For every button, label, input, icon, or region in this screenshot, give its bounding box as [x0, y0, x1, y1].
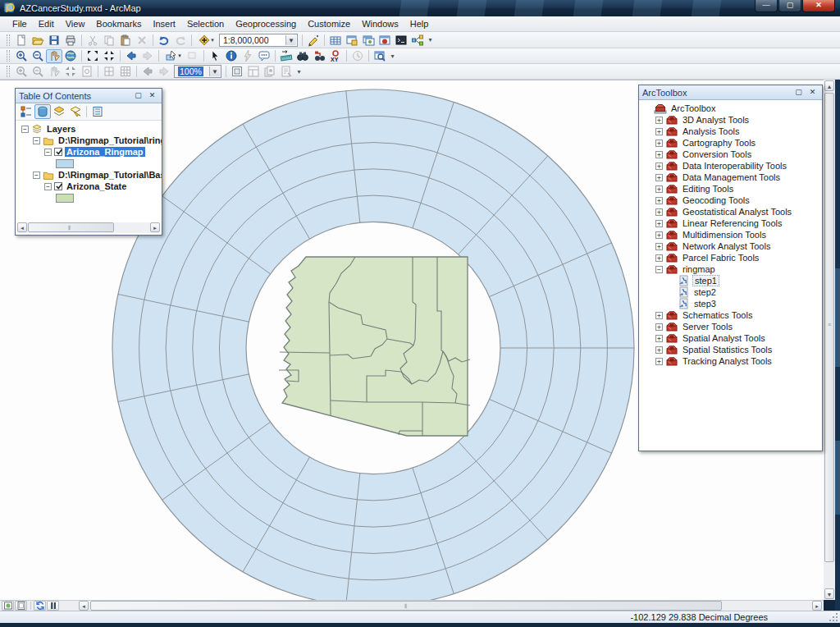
collapse-box[interactable]: −: [33, 172, 40, 179]
arctoolbox-tree-row[interactable]: +Geostatistical Analyst Tools: [641, 206, 822, 217]
catalog-window-button[interactable]: [360, 33, 377, 47]
zoom-in-button[interactable]: [13, 49, 30, 63]
identify-info-button[interactable]: [223, 49, 240, 63]
expand-box[interactable]: +: [655, 231, 663, 239]
list-by-source-button[interactable]: [34, 104, 51, 119]
arctoolbox-title-bar[interactable]: ArcToolbox ▢ ✕: [639, 85, 822, 100]
menu-help[interactable]: Help: [404, 17, 435, 30]
list-by-selection-button[interactable]: [67, 104, 84, 119]
arctoolbox-tree-row[interactable]: +Server Tools: [641, 321, 822, 332]
combo-dropdown-arrow[interactable]: ▼: [285, 35, 296, 45]
add-basemap-window-button[interactable]: [344, 33, 360, 47]
scroll-left-button[interactable]: ◂: [79, 601, 89, 611]
toc-options-button[interactable]: [89, 104, 106, 119]
toc-item-label[interactable]: Layers: [45, 124, 77, 134]
arctoolbox-item-label[interactable]: Spatial Analyst Tools: [681, 333, 767, 343]
menu-windows[interactable]: Windows: [356, 17, 404, 30]
arctoolbox-tree-row[interactable]: +Data Management Tools: [641, 172, 822, 183]
arctoolbox-tree-row[interactable]: +Schematics Tools: [641, 309, 822, 321]
expand-box[interactable]: +: [655, 358, 663, 365]
menu-file[interactable]: File: [7, 17, 33, 30]
arctoolbox-tree-row[interactable]: +Linear Referencing Tools: [641, 217, 822, 229]
arctoolbox-tree-row[interactable]: +Data Interoperability Tools: [641, 160, 822, 172]
layer-visibility-checkbox[interactable]: [54, 148, 62, 156]
toc-item-label[interactable]: Arizona_State: [65, 181, 128, 191]
arctoolbox-item-label[interactable]: Parcel Fabric Tools: [681, 253, 760, 263]
arctoolbox-item-label[interactable]: step1: [692, 275, 719, 286]
arctoolbox-window-button[interactable]: [377, 33, 393, 47]
toc-tree-row[interactable]: −Arizona_Ringmap: [19, 146, 162, 158]
toc-close-button[interactable]: ✕: [146, 90, 158, 101]
toolbar-grip[interactable]: [7, 66, 10, 77]
back-arrow-button[interactable]: [123, 49, 139, 63]
undo-arrow-button[interactable]: [156, 33, 172, 47]
arctoolbox-item-label[interactable]: step2: [692, 287, 718, 297]
arctoolbox-item-label[interactable]: Tracking Analyst Tools: [681, 356, 774, 366]
expand-box[interactable]: +: [655, 185, 663, 193]
pause-drawing-button[interactable]: [47, 601, 59, 611]
find-route-button[interactable]: [311, 49, 327, 63]
arctoolbox-item-label[interactable]: ringmap: [681, 264, 717, 274]
toolbar-overflow-button[interactable]: ▾: [388, 49, 397, 63]
expand-box[interactable]: +: [655, 174, 663, 181]
arctoolbox-item-label[interactable]: Server Tools: [681, 322, 734, 332]
attribute-table-button[interactable]: [327, 33, 344, 47]
new-document-button[interactable]: [13, 33, 30, 47]
scale-combo[interactable]: 1:8,000,000▼: [219, 34, 298, 47]
arctoolbox-item-label[interactable]: Analysis Tools: [681, 126, 742, 136]
expand-box[interactable]: +: [655, 208, 663, 216]
arctoolbox-tree-row[interactable]: +Spatial Analyst Tools: [641, 332, 822, 344]
arctoolbox-tree-row[interactable]: −ringmap: [641, 263, 822, 275]
expand-box[interactable]: +: [655, 346, 663, 354]
legend-swatch[interactable]: [56, 159, 74, 168]
toolbar-overflow-button[interactable]: ▾: [426, 33, 435, 47]
expand-box[interactable]: +: [655, 312, 663, 319]
save-floppy-button[interactable]: [46, 33, 62, 47]
full-extent-globe-button[interactable]: [62, 49, 79, 63]
horizontal-scrollbar[interactable]: ◂ ⦀ ▸: [0, 600, 824, 611]
expand-box[interactable]: +: [655, 254, 663, 262]
arctoolbox-item-label[interactable]: step3: [692, 299, 718, 309]
arctoolbox-item-label[interactable]: Schematics Tools: [681, 310, 754, 320]
expand-box[interactable]: +: [655, 197, 663, 204]
list-by-drawing-order-button[interactable]: [18, 104, 34, 119]
arctoolbox-tree-row[interactable]: +Editing Tools: [641, 183, 822, 195]
maximize-button[interactable]: ▢: [778, 0, 801, 12]
toc-tree-row[interactable]: −D:\Ringmap_Tutorial\Basemap: [19, 169, 162, 181]
arctoolbox-close-button[interactable]: ✕: [806, 87, 819, 98]
menu-selection[interactable]: Selection: [181, 17, 230, 30]
menu-customize[interactable]: Customize: [302, 17, 356, 30]
arctoolbox-item-label[interactable]: Conversion Tools: [681, 149, 753, 159]
arctoolbox-item-label[interactable]: Editing Tools: [681, 184, 735, 194]
fixed-zoom-in-button[interactable]: [84, 49, 101, 63]
list-by-visibility-button[interactable]: [51, 104, 67, 119]
html-popup-bubble-button[interactable]: [256, 49, 272, 63]
toc-tree-row[interactable]: −Layers: [19, 123, 162, 135]
zoom-out-button[interactable]: [30, 49, 46, 63]
toolbar-grip[interactable]: [7, 34, 10, 46]
arctoolbox-item-label[interactable]: Data Interoperability Tools: [681, 161, 788, 171]
arctoolbox-item-label[interactable]: Linear Referencing Tools: [681, 218, 783, 228]
expand-box[interactable]: +: [655, 162, 663, 170]
arctoolbox-tree-row[interactable]: +Spatial Statistics Tools: [641, 344, 822, 355]
select-elements-cursor-button[interactable]: [207, 49, 223, 63]
arctoolbox-tree-row[interactable]: +Conversion Tools: [641, 149, 822, 160]
arctoolbox-item-label[interactable]: 3D Analyst Tools: [681, 115, 751, 125]
data-view-button[interactable]: [2, 601, 14, 611]
expand-box[interactable]: +: [655, 151, 663, 158]
vertical-scrollbar[interactable]: ▲ ≡ ▼: [824, 80, 835, 600]
arctoolbox-tree-row[interactable]: step3: [641, 298, 822, 309]
arctoolbox-item-label[interactable]: Network Analyst Tools: [681, 241, 772, 251]
toc-item-label[interactable]: D:\Ringmap_Tutorial\Basemap: [57, 170, 162, 180]
editor-pencil-button[interactable]: [305, 33, 322, 47]
menu-geoprocessing[interactable]: Geoprocessing: [230, 17, 302, 30]
arctoolbox-tree-row[interactable]: +Geocoding Tools: [641, 195, 822, 206]
arctoolbox-tree-row[interactable]: step1: [641, 275, 822, 286]
expand-box[interactable]: +: [655, 335, 663, 342]
scroll-up-button[interactable]: ▲: [824, 80, 834, 91]
select-features-button[interactable]: ▾: [162, 49, 185, 63]
arctoolbox-tree-row[interactable]: +Multidimension Tools: [641, 229, 822, 240]
toc-tree-row[interactable]: [19, 158, 162, 169]
menu-view[interactable]: View: [60, 17, 91, 30]
scroll-right-button[interactable]: ▸: [812, 601, 822, 611]
